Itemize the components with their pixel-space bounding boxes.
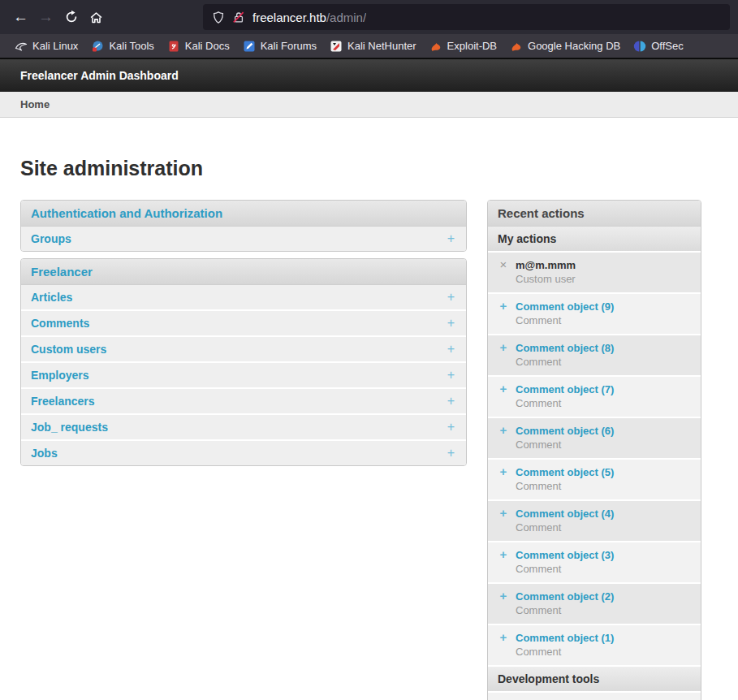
model-row-comments: Comments+: [21, 311, 466, 337]
bookmark-label: OffSec: [651, 40, 684, 52]
action-title[interactable]: Comment object (1): [516, 632, 693, 644]
add-icon[interactable]: +: [446, 317, 456, 330]
app-modules: Authentication and AuthorizationGroups+F…: [20, 200, 467, 473]
action-subtitle: Comment: [516, 356, 693, 368]
page-title: Site administration: [20, 157, 718, 180]
main-content: Site administration Authentication and A…: [0, 118, 738, 700]
add-icon[interactable]: +: [446, 291, 456, 304]
model-link[interactable]: Comments: [31, 317, 89, 330]
bookmark-kali-tools[interactable]: Kali Tools: [84, 37, 160, 55]
action-subtitle: Comment: [516, 397, 693, 409]
add-icon[interactable]: +: [446, 343, 456, 356]
admin-page: Freelancer Admin Dashboard Home Site adm…: [0, 59, 738, 700]
forward-button[interactable]: →: [33, 5, 58, 29]
bookmark-exploit-db[interactable]: Exploit-DB: [423, 37, 503, 55]
google-hacking-db-icon: [510, 40, 523, 53]
add-icon: +: [498, 590, 509, 602]
action-title[interactable]: Comment object (4): [516, 508, 693, 520]
action-item: +Comment object (3)Comment: [488, 542, 701, 584]
recent-actions-panel: Recent actions My actions×m@m.mmmCustom …: [487, 200, 701, 700]
action-title[interactable]: Comment object (8): [516, 342, 693, 354]
model-row-articles: Articles+: [21, 285, 466, 311]
action-title[interactable]: Comment object (2): [516, 590, 693, 603]
bookmark-label: Kali Docs: [185, 40, 230, 52]
action-subtitle: Comment: [516, 439, 693, 451]
add-icon[interactable]: +: [446, 395, 456, 408]
reload-button[interactable]: [58, 5, 84, 29]
add-icon: +: [498, 632, 509, 643]
home-button[interactable]: [84, 5, 109, 29]
model-link[interactable]: Freelancers: [31, 395, 95, 408]
brand-title[interactable]: Freelancer Admin Dashboard: [20, 69, 179, 82]
model-link[interactable]: Job_ requests: [31, 421, 108, 434]
reload-icon: [65, 11, 78, 24]
bookmark-offsec[interactable]: OffSec: [627, 37, 690, 55]
model-row-jobs: Jobs+: [21, 441, 466, 465]
model-row-job-requests: Job_ requests+: [21, 415, 466, 441]
bookmark-label: Kali NetHunter: [347, 40, 416, 52]
kali-docs-icon: [167, 40, 180, 53]
action-title[interactable]: Comment object (5): [516, 466, 693, 478]
kali-forums-icon: [243, 40, 256, 53]
url-text: freelancer.htb/admin/: [252, 11, 366, 24]
insecure-lock-icon[interactable]: [232, 11, 245, 24]
action-title[interactable]: Comment object (7): [516, 383, 693, 395]
add-icon: +: [498, 549, 509, 560]
recent-actions-module: Recent actions My actions×m@m.mmmCustom …: [487, 200, 701, 700]
action-item: +Comment object (7)Comment: [488, 377, 701, 418]
model-link[interactable]: Custom users: [31, 343, 106, 356]
breadcrumb-home[interactable]: Home: [20, 98, 50, 110]
bookmark-label: Kali Tools: [109, 40, 153, 52]
action-title[interactable]: Comment object (3): [516, 549, 693, 561]
forward-icon: →: [38, 8, 54, 26]
bookmark-kali-nethunter[interactable]: Kali NetHunter: [323, 37, 423, 55]
add-icon[interactable]: +: [446, 369, 456, 382]
kali-tools-icon: [91, 40, 104, 53]
action-subtitle: Comment: [516, 563, 693, 575]
module-title-link[interactable]: Freelancer: [21, 259, 466, 285]
bookmark-label: Google Hacking DB: [528, 40, 620, 52]
url-bar[interactable]: freelancer.htb/admin/: [203, 4, 730, 30]
add-icon[interactable]: +: [446, 447, 456, 460]
action-subtitle: Custom user: [516, 273, 693, 285]
model-row-employers: Employers+: [21, 363, 466, 389]
action-item: +Comment object (9)Comment: [488, 294, 701, 335]
action-title[interactable]: Comment object (6): [516, 425, 693, 437]
breadcrumb: Home: [0, 92, 738, 118]
exploit-db-icon: [429, 40, 442, 53]
home-icon: [89, 11, 103, 24]
action-subtitle: Comment: [516, 314, 693, 326]
back-button[interactable]: ←: [8, 5, 33, 29]
add-icon[interactable]: +: [446, 232, 456, 245]
action-subtitle: Comment: [516, 604, 693, 616]
site-header: Freelancer Admin Dashboard: [0, 59, 738, 92]
bookmark-kali-linux[interactable]: Kali Linux: [8, 37, 84, 55]
recent-actions-title: Recent actions: [488, 201, 701, 227]
sidebar-section-development-tools: Development tools: [488, 667, 701, 693]
model-link[interactable]: Groups: [31, 232, 71, 245]
action-item: ×m@m.mmmCustom user: [488, 253, 701, 294]
add-icon: +: [498, 383, 509, 395]
bookmark-kali-docs[interactable]: Kali Docs: [161, 37, 236, 55]
action-title[interactable]: Comment object (9): [516, 300, 693, 313]
model-link[interactable]: Employers: [31, 369, 89, 382]
action-subtitle: Comment: [516, 521, 693, 534]
shield-icon[interactable]: [212, 11, 225, 24]
module-title-link[interactable]: Authentication and Authorization: [21, 201, 466, 227]
add-icon: +: [498, 508, 509, 519]
bookmark-label: Exploit-DB: [447, 40, 497, 52]
add-icon[interactable]: +: [446, 421, 456, 434]
action-title: m@m.mmm: [516, 259, 693, 271]
model-link[interactable]: Jobs: [31, 447, 58, 460]
module-authentication-and-authorization: Authentication and AuthorizationGroups+: [20, 200, 467, 252]
action-subtitle: Comment: [516, 646, 693, 658]
bookmark-google-hacking-db[interactable]: Google Hacking DB: [503, 37, 627, 55]
action-item: +Comment object (5)Comment: [488, 460, 701, 501]
url-path: /admin/: [326, 11, 366, 24]
back-icon: ←: [13, 8, 28, 26]
bookmark-kali-forums[interactable]: Kali Forums: [236, 37, 323, 55]
model-link[interactable]: Articles: [31, 291, 72, 304]
sidebar-section-my-actions: My actions: [488, 227, 701, 253]
action-subtitle: Comment: [516, 480, 693, 492]
browser-toolbar: ← →: [0, 0, 738, 34]
